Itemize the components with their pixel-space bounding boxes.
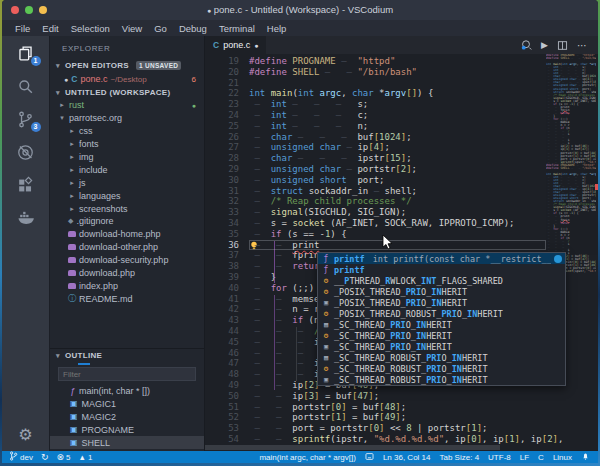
tree-item-download-home.php[interactable]: download-home.php [50, 228, 204, 241]
line-number[interactable]: 20 [205, 67, 249, 78]
line-number[interactable]: 46 [205, 348, 249, 359]
outline-filter-input[interactable] [59, 370, 195, 379]
menu-item-debug[interactable]: Debug [174, 22, 212, 35]
menu-item-edit[interactable]: Edit [37, 22, 63, 35]
code-line-32[interactable]: 32 – /* Reap child processes */ [205, 196, 546, 207]
menu-item-file[interactable]: File [10, 22, 35, 35]
code-line-54[interactable]: 54 – – sprintf(ipstr, "%d.%d.%d.%d", ip[… [205, 434, 546, 445]
line-number[interactable]: 39 [205, 272, 249, 283]
line-number[interactable]: 53 [205, 423, 249, 434]
code-line-53[interactable]: 53 – – port = portstr[0] << 8 | portstr[… [205, 423, 546, 434]
line-number[interactable]: 45 [205, 337, 249, 348]
status-main-int-argc-char-argv[interactable]: main(int argc, char * argv[]) [259, 453, 355, 462]
outline-item-main[interactable]: ƒmain(int, char * []) [50, 384, 204, 397]
line-number[interactable]: 43 [205, 315, 249, 326]
line-number[interactable]: 38 [205, 261, 249, 272]
line-number[interactable]: 22 [205, 88, 249, 99]
tree-item-languages[interactable]: ▸languages [50, 189, 204, 202]
code-line-22[interactable]: 22int main(int argc, char *argv[]) { [205, 88, 546, 99]
suggest-item[interactable]: ƒprintfint printf(const char *__restrict… [318, 253, 565, 264]
status-bell-icon[interactable] [581, 451, 590, 463]
tree-item-fonts[interactable]: ▸fonts [50, 138, 204, 151]
gear-icon[interactable]: ⚙ [18, 427, 32, 443]
line-number[interactable]: 33 [205, 207, 249, 218]
code-line-21[interactable]: 21 [205, 78, 546, 89]
menu-item-selection[interactable]: Selection [66, 22, 115, 35]
code-line-29[interactable]: 29 – unsigned char – portstr[2]; [205, 164, 546, 175]
horizontal-scrollbar[interactable] [205, 445, 500, 450]
tree-item-index.php[interactable]: index.php [50, 279, 204, 292]
outline-item-MAGIC1[interactable]: ▣MAGIC1 [50, 397, 204, 410]
line-number[interactable]: 34 [205, 218, 249, 229]
outline-item-PROGNAME[interactable]: ▣PROGNAME [50, 423, 204, 436]
outline-header[interactable]: ▾ OUTLINE [50, 349, 204, 362]
activity-source-control-icon[interactable]: 3 [2, 103, 50, 135]
line-number[interactable]: 36 [205, 240, 249, 251]
status-feedback-icon[interactable] [365, 452, 374, 463]
line-number[interactable]: 50 [205, 391, 249, 402]
line-number[interactable]: 30 [205, 175, 249, 186]
code-line-34[interactable]: 34 – s = socket (AF_INET, SOCK_RAW, IPPR… [205, 218, 546, 229]
line-number[interactable]: 35 [205, 229, 249, 240]
tree-item-README.md[interactable]: ⓘREADME.md [50, 292, 204, 305]
activity-extensions-icon[interactable] [2, 169, 50, 201]
outline-item-SHELL[interactable]: ▣SHELL [50, 436, 204, 449]
code-line-26[interactable]: 26 – char – – – buf[1024]; [205, 132, 546, 143]
tree-item-include[interactable]: ▸include [50, 163, 204, 176]
line-number[interactable]: 28 [205, 153, 249, 164]
line-number[interactable]: 24 [205, 110, 249, 121]
activity-search-icon[interactable] [2, 70, 50, 102]
line-number[interactable]: 42 [205, 304, 249, 315]
line-number[interactable]: 44 [205, 326, 249, 337]
workspace-header[interactable]: ▾ UNTITLED (WORKSPACE) [50, 86, 204, 99]
line-number[interactable]: 21 [205, 78, 249, 89]
open-editor-item-pone.c[interactable]: ● C pone.c ~/Desktop 6 [50, 72, 204, 86]
status-utf-8[interactable]: UTF-8 [488, 453, 511, 462]
activity-docker-icon[interactable] [2, 202, 50, 234]
code-line-19[interactable]: 19#define PROGNAME – "httpd" [205, 56, 546, 67]
tree-item-download-other.php[interactable]: download-other.php [50, 241, 204, 254]
code-line-23[interactable]: 23 – int – – – s; [205, 99, 546, 110]
status-tab-size-4[interactable]: Tab Size: 4 [440, 453, 480, 462]
status-sync-icon[interactable]: ↻ [41, 453, 49, 462]
suggest-item[interactable]: ⚙__PTHREAD_RWLOCK_INT_FLAGS_SHARED [318, 275, 565, 286]
tree-item-js[interactable]: ▸js [50, 176, 204, 189]
code-line-27[interactable]: 27 – unsigned char – ip[4]; [205, 142, 546, 153]
suggest-item[interactable]: ▣_POSIX_THREAD_PRIO_INHERIT [318, 297, 565, 308]
line-number[interactable]: 27 [205, 142, 249, 153]
status-ln-36-col-14[interactable]: Ln 36, Col 14 [383, 453, 431, 462]
editor-body[interactable]: 19#define PROGNAME – "httpd"20#define SH… [205, 54, 598, 451]
menu-item-view[interactable]: View [117, 22, 147, 35]
code-line-52[interactable]: 52 – – portstr[1] = buf[49]; [205, 412, 546, 423]
status-lf[interactable]: LF [520, 453, 529, 462]
status-dev[interactable]: dev [9, 451, 33, 463]
activity-debug-icon[interactable] [2, 136, 50, 168]
code-line-50[interactable]: 50 – – ip[3] = buf[47]; [205, 391, 546, 402]
code-line-30[interactable]: 30 – unsigned short port; [205, 175, 546, 186]
line-number[interactable]: 29 [205, 164, 249, 175]
suggest-item[interactable]: ƒprintf [318, 264, 565, 275]
code-line-51[interactable]: 51 – – portstr[0] = buf[48]; [205, 402, 546, 413]
tree-item-.gitignore[interactable]: ◆.gitignore [50, 215, 204, 228]
code-line-25[interactable]: 25 – int – – – n; [205, 121, 546, 132]
line-number[interactable]: 49 [205, 380, 249, 391]
titlebar[interactable]: ● pone.c - Untitled (Workspace) - VSCodi… [2, 0, 598, 20]
tree-item-css[interactable]: ▸css [50, 125, 204, 138]
code-line-35[interactable]: 35 – if (s == -1) { [205, 229, 546, 240]
tree-item-img[interactable]: ▸img [50, 151, 204, 164]
suggest-item[interactable]: ⚙_POSIX_THREAD_PRIO_INHERIT [318, 286, 565, 297]
menu-item-help[interactable]: Help [262, 22, 292, 35]
line-number[interactable]: 37 [205, 250, 249, 261]
outline-item-MAGIC2[interactable]: ▣MAGIC2 [50, 410, 204, 423]
open-changes-icon[interactable] [520, 39, 532, 51]
line-number[interactable]: 51 [205, 402, 249, 413]
line-number[interactable]: 47 [205, 358, 249, 369]
tree-item-download.php[interactable]: download.php [50, 267, 204, 280]
line-number[interactable]: 23 [205, 99, 249, 110]
activity-files-icon[interactable]: 1 [2, 37, 50, 69]
more-actions-icon[interactable]: ⋯ [577, 40, 588, 51]
tree-item-screenshots[interactable]: ▸screenshots [50, 202, 204, 215]
code-line-24[interactable]: 24 – int – – – c; [205, 110, 546, 121]
code-line-20[interactable]: 20#define SHELL – – "/bin/bash" [205, 67, 546, 78]
status-1[interactable]: ▲1 [78, 453, 92, 462]
